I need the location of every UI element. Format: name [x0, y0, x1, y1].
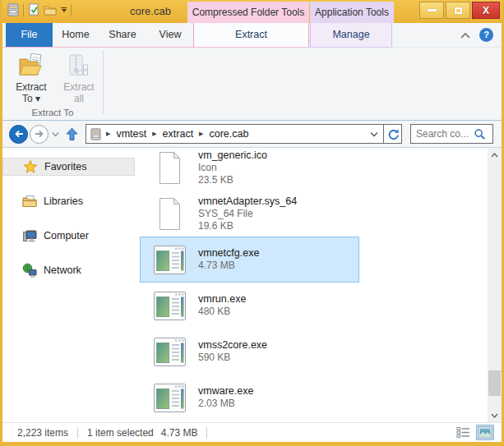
breadcrumb-separator-icon: ▶: [152, 131, 156, 137]
contextual-group-application-tools: Application Tools: [310, 2, 394, 23]
application-icon: [151, 333, 188, 370]
title-bar: core.cab Compressed Folder Tools Applica…: [2, 0, 502, 23]
ribbon: Extract To ▾ Extract all Extract To: [2, 47, 502, 121]
file-name: vm_generic.ico: [198, 149, 267, 162]
computer-icon: [22, 228, 37, 243]
file-name: vmware.exe: [198, 385, 253, 398]
details-view-button[interactable]: [454, 425, 472, 440]
back-icon: [12, 127, 25, 140]
file-type: Icon: [198, 162, 267, 174]
file-size: 2.03 MB: [198, 398, 253, 410]
file-name: vmss2core.exe: [198, 339, 267, 352]
file-name: vmrun.exe: [198, 293, 246, 306]
address-bar-row: ▶ vmtest ▶ extract ▶ core.cab: [2, 121, 502, 148]
close-button[interactable]: X: [472, 2, 500, 19]
file-tile-vmware-exe[interactable]: vmware.exe 2.03 MB: [140, 375, 359, 421]
refresh-icon: [387, 128, 399, 140]
recent-locations-icon[interactable]: [52, 131, 59, 137]
up-button[interactable]: [64, 126, 80, 142]
maximize-icon: [455, 7, 462, 14]
extract-to-label-line1: Extract: [16, 81, 46, 93]
contextual-group-compressed-folder-tools: Compressed Folder Tools: [187, 2, 309, 23]
tab-extract[interactable]: Extract: [193, 23, 309, 47]
address-cab-icon: [90, 128, 101, 140]
main-area: Favorites Libraries: [2, 148, 502, 422]
file-name: vmnetAdapter.sys_64: [198, 195, 297, 208]
selection-count: 1 item selected: [87, 427, 154, 439]
status-separator: [77, 427, 78, 439]
extract-to-button[interactable]: Extract To ▾: [9, 50, 53, 113]
application-icon: [151, 287, 188, 324]
file-size: 23.5 KB: [198, 174, 267, 186]
refresh-button[interactable]: [383, 125, 401, 143]
address-field[interactable]: ▶ vmtest ▶ extract ▶ core.cab: [86, 124, 402, 144]
search-icon[interactable]: [474, 128, 486, 140]
sidebar-item-network[interactable]: Network: [2, 261, 135, 279]
search-input[interactable]: [411, 128, 474, 140]
large-icons-view-button[interactable]: [476, 425, 494, 440]
dropdown-arrow-icon: ▾: [35, 93, 40, 104]
tab-file[interactable]: File: [6, 23, 53, 47]
tab-manage[interactable]: Manage: [310, 23, 392, 47]
ribbon-collapse-icon[interactable]: [460, 31, 471, 39]
sidebar-item-label: Libraries: [44, 195, 83, 207]
qat-dropdown-icon[interactable]: [61, 7, 67, 12]
qat-separator: [71, 4, 72, 16]
forward-icon: [33, 127, 46, 140]
file-size: 590 KB: [198, 352, 267, 364]
forward-button[interactable]: [30, 125, 49, 144]
sidebar-item-label: Network: [44, 264, 81, 276]
address-dropdown-icon[interactable]: [365, 125, 383, 143]
sidebar-item-computer[interactable]: Computer: [2, 227, 135, 245]
ribbon-group-label: Extract To: [2, 108, 103, 117]
file-tile-vmnetcfg-exe-selected[interactable]: vmnetcfg.exe 4.73 MB: [140, 237, 359, 283]
help-icon[interactable]: ?: [479, 28, 493, 42]
file-tile-vmss2core-exe[interactable]: vmss2core.exe 590 KB: [140, 329, 359, 375]
tab-home[interactable]: Home: [53, 23, 99, 47]
cab-file-icon[interactable]: [7, 3, 19, 16]
file-tile-vmnetadapter-sys64[interactable]: vmnetAdapter.sys_64 SYS_64 File 19.6 KB: [140, 191, 359, 237]
file-size: 4.73 MB: [198, 260, 259, 272]
explorer-window: core.cab Compressed Folder Tools Applica…: [0, 0, 504, 446]
vertical-scrollbar[interactable]: [488, 148, 502, 422]
maximize-button[interactable]: [446, 2, 470, 19]
breadcrumb: ▶ vmtest ▶ extract ▶ core.cab: [101, 128, 248, 140]
file-size: 19.6 KB: [198, 220, 297, 232]
extract-all-icon: [67, 50, 91, 81]
properties-icon[interactable]: [28, 3, 39, 16]
breadcrumb-vmtest[interactable]: vmtest: [116, 128, 146, 140]
file-size: 480 KB: [198, 306, 246, 318]
breadcrumb-separator-icon: ▶: [199, 131, 203, 137]
minimize-button[interactable]: [419, 2, 444, 19]
document-icon: [151, 149, 188, 186]
sidebar-item-libraries[interactable]: Libraries: [2, 192, 135, 210]
close-icon: X: [483, 5, 489, 16]
status-bar: 2,223 items 1 item selected 4.73 MB: [2, 422, 502, 442]
scrollbar-up-icon[interactable]: [488, 148, 502, 162]
tab-share[interactable]: Share: [99, 23, 146, 47]
new-folder-icon[interactable]: [44, 4, 57, 16]
extract-to-label-line2: To: [22, 93, 33, 104]
document-icon: [151, 195, 188, 232]
window-title: core.cab: [108, 0, 193, 23]
window-controls: X: [419, 2, 500, 19]
tab-view[interactable]: View: [146, 23, 194, 47]
thumbnail-view-icon: [478, 426, 492, 439]
file-tile-vm-generic-ico[interactable]: vm_generic.ico Icon 23.5 KB: [140, 148, 359, 191]
ribbon-group-separator: [103, 50, 104, 114]
breadcrumb-extract[interactable]: extract: [163, 128, 194, 140]
breadcrumb-core-cab[interactable]: core.cab: [210, 128, 249, 140]
back-button[interactable]: [9, 125, 28, 144]
star-icon: [23, 159, 38, 174]
extract-to-icon: [18, 50, 44, 81]
sidebar-item-label: Favorites: [44, 161, 86, 172]
scrollbar-thumb[interactable]: [488, 370, 501, 396]
file-type: SYS_64 File: [198, 208, 297, 220]
network-icon: [22, 263, 37, 278]
file-tile-vmrun-exe[interactable]: vmrun.exe 480 KB: [140, 283, 359, 329]
sidebar-item-favorites[interactable]: Favorites: [2, 158, 135, 176]
scrollbar-down-icon[interactable]: [488, 408, 502, 422]
ribbon-tab-row: File Home Share View Extract Manage ?: [2, 23, 502, 47]
extract-all-label-line2: all: [74, 93, 84, 104]
extract-all-label-line1: Extract: [63, 81, 94, 93]
